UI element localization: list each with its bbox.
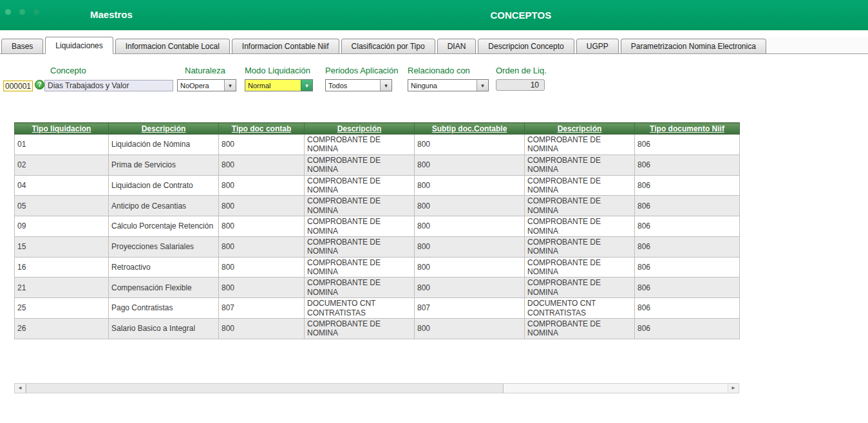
chevron-down-icon: ▾ — [476, 80, 488, 91]
table-cell: 16 — [15, 257, 109, 277]
table-cell: COMPROBANTE DE NOMINA — [525, 236, 635, 257]
tab-descripcion-concepto[interactable]: Descripcion Concepto — [478, 39, 574, 53]
form-area: Concepto Naturaleza Modo Liquidación Per… — [0, 61, 868, 100]
page-title: CONCEPTOS — [490, 10, 551, 21]
table-cell: Compensación Flexible — [109, 277, 219, 298]
periodos-value: Todos — [326, 80, 380, 91]
table-cell: 800 — [415, 135, 525, 155]
tab-clasificacion-por-tipo[interactable]: Clasificación por Tipo — [341, 39, 435, 53]
table-header-row: Tipo liquidacion Descripción Tipo doc co… — [15, 123, 740, 135]
table-cell: 02 — [15, 155, 109, 175]
column-header[interactable]: Tipo documento Niif — [635, 123, 740, 135]
table-cell: Proyecciones Salariales — [109, 236, 219, 257]
table-row[interactable]: 02Prima de Servicios800COMPROBANTE DE NO… — [15, 155, 740, 175]
scroll-left-icon[interactable]: ◄ — [15, 384, 26, 393]
naturaleza-select[interactable]: NoOpera ▾ — [177, 79, 236, 91]
relacionado-select[interactable]: Ninguna ▾ — [408, 79, 489, 91]
tab-liquidaciones[interactable]: Liquidaciones — [45, 37, 113, 54]
title-bar: Maestros CONCEPTOS — [0, 0, 868, 30]
column-header[interactable]: Tipo doc contab — [219, 123, 305, 135]
modo-label: Modo Liquidación — [245, 66, 310, 75]
table-cell: Cálculo Porcentaje Retención — [109, 216, 219, 237]
table-cell: 806 — [635, 257, 740, 277]
table-cell: 800 — [415, 277, 525, 298]
table-cell: 26 — [15, 319, 109, 339]
window-controls — [5, 9, 39, 15]
table-row[interactable]: 16Retroactivo800COMPROBANTE DE NOMINA800… — [15, 257, 740, 277]
app-title: Maestros — [90, 9, 133, 20]
tab-ugpp[interactable]: UGPP — [576, 39, 619, 53]
column-header[interactable]: Descripción — [525, 123, 635, 135]
periodos-label: Periodos Aplicación — [325, 66, 398, 75]
tab-parametrizacion-nomina-electronica[interactable]: Parametrizacion Nomina Electronica — [621, 39, 766, 53]
tab-informacion-contable-niif[interactable]: Informacion Contable Niif — [232, 39, 339, 53]
table-cell: 800 — [219, 155, 305, 175]
concepto-code-field[interactable]: 000001 — [3, 80, 33, 91]
modo-liquidacion-select[interactable]: Normal ▾ — [245, 79, 313, 91]
window-dot-icon[interactable] — [5, 9, 11, 15]
concepto-input[interactable]: Dias Trabajados y Valor — [44, 80, 173, 91]
table-cell: 800 — [219, 196, 305, 216]
window-dot-icon[interactable] — [33, 9, 39, 15]
table-cell: COMPROBANTE DE NOMINA — [525, 135, 635, 155]
table-cell: 800 — [219, 135, 305, 155]
table-cell: Retroactivo — [109, 257, 219, 277]
window-dot-icon[interactable] — [19, 9, 25, 15]
table-row[interactable]: 05Anticipo de Cesantias800COMPROBANTE DE… — [15, 196, 740, 216]
chevron-down-icon: ▾ — [301, 80, 312, 91]
table-row[interactable]: 21Compensación Flexible800COMPROBANTE DE… — [15, 277, 740, 298]
table-row[interactable]: 15Proyecciones Salariales800COMPROBANTE … — [15, 236, 740, 257]
scrollbar-thumb[interactable] — [26, 384, 504, 393]
table-cell: 806 — [635, 319, 740, 339]
column-header[interactable]: Descripción — [305, 123, 415, 135]
table-cell: COMPROBANTE DE NOMINA — [525, 319, 635, 339]
help-icon[interactable]: ? — [35, 80, 44, 89]
table-row[interactable]: 04Liquidacion de Contrato800COMPROBANTE … — [15, 175, 740, 196]
tab-bases[interactable]: Bases — [1, 39, 43, 53]
tab-informacion-contable-local[interactable]: Informacion Contable Local — [115, 39, 230, 53]
table-cell: 800 — [415, 155, 525, 175]
table-cell: COMPROBANTE DE NOMINA — [305, 236, 415, 257]
column-header[interactable]: Tipo liquidacion — [15, 123, 109, 135]
table-cell: 15 — [15, 236, 109, 257]
table-row[interactable]: 01Liquidación de Nómina800COMPROBANTE DE… — [15, 135, 740, 155]
modo-liquidacion-value: Normal — [245, 80, 301, 91]
table-cell: COMPROBANTE DE NOMINA — [525, 196, 635, 216]
orden-input[interactable]: 10 — [496, 79, 545, 91]
table-cell: 806 — [635, 155, 740, 175]
table-cell: COMPROBANTE DE NOMINA — [525, 175, 635, 196]
table-cell: DOCUMENTO CNT CONTRATISTAS — [305, 298, 415, 319]
table-cell: Liquidación de Nómina — [109, 135, 219, 155]
table-cell: 806 — [635, 236, 740, 257]
column-header[interactable]: Descripción — [109, 123, 219, 135]
table-cell: COMPROBANTE DE NOMINA — [305, 319, 415, 339]
table-cell: 800 — [219, 216, 305, 237]
table-cell: 800 — [415, 175, 525, 196]
table-cell: COMPROBANTE DE NOMINA — [305, 216, 415, 237]
table-cell: 806 — [635, 277, 740, 298]
table-row[interactable]: 09Cálculo Porcentaje Retención800COMPROB… — [15, 216, 740, 237]
naturaleza-label: Naturaleza — [185, 66, 225, 75]
liquidaciones-table: Tipo liquidacion Descripción Tipo doc co… — [14, 122, 740, 339]
table-row[interactable]: 25Pago Contratistas807DOCUMENTO CNT CONT… — [15, 298, 740, 319]
periodos-select[interactable]: Todos ▾ — [325, 79, 392, 91]
relacionado-label: Relacionado con — [408, 66, 470, 75]
table-row[interactable]: 26Salario Basico a Integral800COMPROBANT… — [15, 319, 740, 339]
tab-dian[interactable]: DIAN — [437, 39, 476, 53]
table-cell: 806 — [635, 298, 740, 319]
table-cell: 800 — [219, 319, 305, 339]
table-cell: COMPROBANTE DE NOMINA — [305, 277, 415, 298]
table-cell: COMPROBANTE DE NOMINA — [305, 135, 415, 155]
table-cell: 09 — [15, 216, 109, 237]
relacionado-value: Ninguna — [408, 80, 476, 91]
table-cell: COMPROBANTE DE NOMINA — [525, 216, 635, 237]
orden-label: Orden de Liq. — [496, 66, 547, 75]
table-cell: COMPROBANTE DE NOMINA — [305, 175, 415, 196]
table-cell: 05 — [15, 196, 109, 216]
table-cell: COMPROBANTE DE NOMINA — [305, 257, 415, 277]
column-header[interactable]: Subtip doc.Contable — [415, 123, 525, 135]
scroll-right-icon[interactable]: ► — [728, 384, 739, 393]
table-cell: 806 — [635, 135, 740, 155]
table-cell: 25 — [15, 298, 109, 319]
table-cell: 800 — [415, 196, 525, 216]
